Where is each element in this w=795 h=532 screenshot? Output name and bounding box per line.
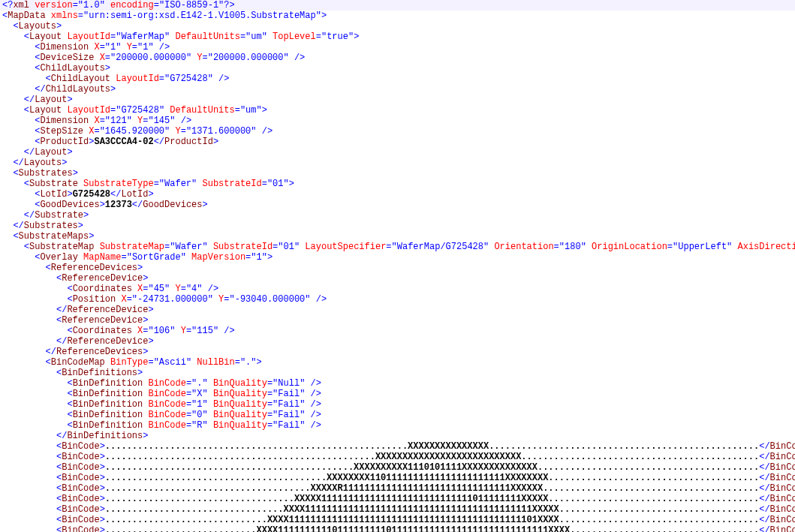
xml-line: <BinCode>...............................…: [0, 504, 795, 515]
xml-line: </Layout>: [0, 147, 795, 158]
xml-line: <BinCode>............................XXX…: [0, 525, 795, 532]
xml-viewer: <?xml version="1.0" encoding="ISO-8859-1…: [0, 0, 795, 532]
xml-line: <BinDefinition BinCode="0" BinQuality="F…: [0, 410, 795, 420]
xml-line: <BinDefinition BinCode="." BinQuality="N…: [0, 378, 795, 389]
xml-line: <BinCodeMap BinType="Ascii" NullBin=".">: [0, 357, 795, 368]
xml-line: <BinCode>...............................…: [0, 441, 795, 452]
xml-line: <BinDefinitions>: [0, 368, 795, 378]
xml-line: <ChildLayouts>: [0, 63, 795, 74]
xml-line: <Substrates>: [0, 168, 795, 179]
xml-line: </ReferenceDevices>: [0, 347, 795, 357]
xml-line: <ChildLayout LayoutId="G725428" />: [0, 74, 795, 84]
xml-line: </BinDefinitions>: [0, 431, 795, 441]
xml-line: <SubstrateMap SubstrateMap="Wafer" Subst…: [0, 242, 795, 252]
xml-line: <StepSize X="1645.920000" Y="1371.600000…: [0, 126, 795, 137]
xml-line: <Overlay MapName="SortGrade" MapVersion=…: [0, 252, 795, 263]
xml-line: </ReferenceDevice>: [0, 336, 795, 347]
xml-line: <BinCode>...............................…: [0, 483, 795, 494]
xml-line: </Substrates>: [0, 221, 795, 231]
xml-line: </ChildLayouts>: [0, 84, 795, 95]
xml-line: <ReferenceDevice>: [0, 315, 795, 326]
xml-line: <ProductId>SA3CCCA4-02</ProductId>: [0, 137, 795, 147]
xml-line: <BinCode>..............................X…: [0, 515, 795, 525]
xml-line: <?xml version="1.0" encoding="ISO-8859-1…: [0, 0, 795, 11]
xml-line: <ReferenceDevices>: [0, 263, 795, 273]
xml-line: <Substrate SubstrateType="Wafer" Substra…: [0, 179, 795, 189]
xml-line: <BinCode>...............................…: [0, 462, 795, 473]
xml-line: <DeviceSize X="200000.000000" Y="200000.…: [0, 53, 795, 63]
xml-line: <Dimension X="1" Y="1" />: [0, 42, 795, 53]
xml-line: <Layouts>: [0, 21, 795, 32]
xml-line: </ReferenceDevice>: [0, 305, 795, 315]
xml-line: </Layouts>: [0, 158, 795, 168]
xml-line: <SubstrateMaps>: [0, 231, 795, 242]
xml-line: <BinDefinition BinCode="1" BinQuality="F…: [0, 399, 795, 410]
xml-line: <Coordinates X="45" Y="4" />: [0, 284, 795, 294]
xml-line: </Substrate>: [0, 210, 795, 221]
xml-line: <BinDefinition BinCode="R" BinQuality="F…: [0, 420, 795, 431]
xml-line: <Layout LayoutId="G725428" DefaultUnits=…: [0, 105, 795, 116]
xml-line: <Dimension X="121" Y="145" />: [0, 116, 795, 126]
xml-line: <MapData xmlns="urn:semi-org:xsd.E142-1.…: [0, 11, 795, 21]
xml-line: <Position X="-24731.000000" Y="-93040.00…: [0, 294, 795, 305]
xml-line: <BinCode>...............................…: [0, 452, 795, 462]
xml-line: <LotId>G725428</LotId>: [0, 189, 795, 200]
xml-line: </Layout>: [0, 95, 795, 105]
xml-line: <BinDefinition BinCode="X" BinQuality="F…: [0, 389, 795, 399]
xml-line: <BinCode>...............................…: [0, 494, 795, 504]
xml-line: <BinCode>...............................…: [0, 473, 795, 483]
xml-line: <Layout LayoutId="WaferMap" DefaultUnits…: [0, 32, 795, 42]
xml-line: <Coordinates X="106" Y="115" />: [0, 326, 795, 336]
xml-line: <ReferenceDevice>: [0, 273, 795, 284]
xml-line: <GoodDevices>12373</GoodDevices>: [0, 200, 795, 210]
